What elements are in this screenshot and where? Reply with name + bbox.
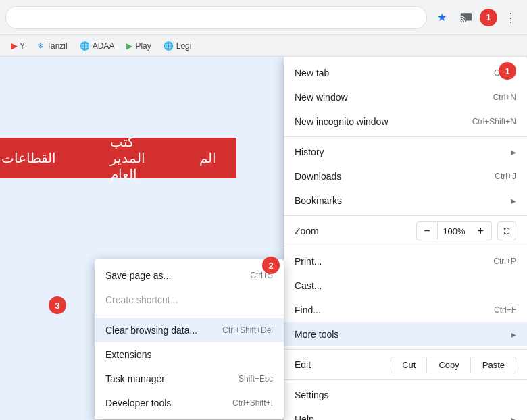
main-context-menu: New tab Ctrl+T New window Ctrl+N New inc… (284, 57, 527, 420)
submenu-create-shortcut[interactable]: Create shortcut... (95, 288, 284, 312)
more-options-button[interactable]: ⋮ (500, 7, 522, 28)
globe-icon-logi: 🌐 (164, 41, 174, 51)
menu-settings[interactable]: Settings (284, 383, 527, 407)
divider-4 (284, 349, 527, 350)
arrow-right-icon-bookmarks: ▶ (511, 197, 516, 205)
arrow-right-icon-more-tools: ▶ (511, 331, 516, 338)
menu-downloads[interactable]: Downloads Ctrl+J (284, 164, 527, 188)
divider-5 (284, 379, 527, 380)
paste-button[interactable]: Paste (472, 357, 516, 373)
bookmark-star-button[interactable]: ★ (431, 7, 453, 28)
menu-new-tab[interactable]: New tab Ctrl+T (284, 61, 527, 85)
bookmark-adaa[interactable]: 🌐 ADAA (74, 39, 120, 53)
menu-help[interactable]: Help ▶ (284, 407, 527, 420)
zoom-value-display: 100% (438, 221, 470, 240)
menu-cast[interactable]: Cast... (284, 273, 527, 298)
step-badge-2: 2 (262, 257, 280, 274)
submenu-task-manager[interactable]: Task manager Shift+Esc (95, 367, 284, 391)
menu-more-tools[interactable]: More tools ▶ (284, 322, 527, 346)
edit-row: Edit Cut Copy Paste (284, 352, 527, 377)
page-header-bar: القطاعات كتب المدير العام الم (0, 138, 236, 178)
divider-1 (284, 136, 527, 137)
menu-print[interactable]: Print... Ctrl+P (284, 249, 527, 273)
fullscreen-button[interactable] (497, 221, 516, 240)
bookmark-logi[interactable]: 🌐 Logi (158, 39, 197, 53)
arrow-right-icon-help: ▶ (511, 416, 516, 421)
divider-2 (284, 215, 527, 216)
submenu-clear-browsing[interactable]: Clear browsing data... Ctrl+Shift+Del (95, 318, 284, 342)
submenu-developer-tools[interactable]: Developer tools Ctrl+Shift+I (95, 391, 284, 415)
menu-new-window[interactable]: New window Ctrl+N (284, 85, 527, 109)
browser-toolbar: ★ 1 ⋮ (0, 0, 527, 35)
menu-incognito[interactable]: New incognito window Ctrl+Shift+N (284, 109, 527, 134)
submenu-extensions[interactable]: Extensions (95, 342, 284, 367)
zoom-plus-button[interactable]: + (470, 221, 492, 240)
play-icon: ▶ (126, 41, 132, 51)
step-badge-3: 3 (49, 296, 66, 314)
submenu-save-page[interactable]: Save page as... Ctrl+S (95, 263, 284, 288)
globe-icon-adaa: 🌐 (80, 41, 90, 51)
divider-3 (284, 246, 527, 246)
bookmark-play[interactable]: ▶ Play (121, 39, 156, 53)
submenu-divider (95, 315, 284, 315)
arrow-right-icon: ▶ (511, 149, 516, 156)
toolbar-icons: ★ 1 ⋮ (431, 7, 522, 28)
bookmark-tanzil[interactable]: ❄ Tanzil (32, 39, 73, 53)
zoom-minus-button[interactable]: − (416, 221, 438, 240)
cut-button[interactable]: Cut (391, 357, 427, 373)
menu-history[interactable]: History ▶ (284, 140, 527, 164)
menu-bookmarks[interactable]: Bookmarks ▶ (284, 188, 527, 213)
more-tools-submenu: Save page as... Ctrl+S Create shortcut..… (95, 259, 284, 419)
profile-badge[interactable]: 1 (480, 9, 497, 26)
youtube-icon: ▶ (11, 41, 17, 51)
tanzil-icon: ❄ (37, 41, 44, 51)
zoom-control-row: Zoom − 100% + (284, 219, 527, 243)
bookmark-youtube[interactable]: ▶ Y (5, 39, 30, 53)
copy-button[interactable]: Copy (428, 357, 470, 373)
address-bar[interactable] (5, 6, 427, 29)
menu-find[interactable]: Find... Ctrl+F (284, 298, 527, 322)
cast-button[interactable] (455, 7, 477, 28)
step-badge-1: 1 (499, 62, 516, 80)
bookmarks-bar: ▶ Y ❄ Tanzil 🌐 ADAA ▶ Play 🌐 Logi (0, 35, 527, 57)
page-content: القطاعات كتب المدير العام الم New tab Ct… (0, 57, 527, 420)
